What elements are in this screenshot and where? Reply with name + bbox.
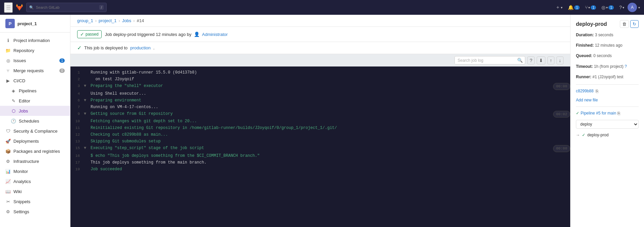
delete-job-button[interactable]: 🗑 xyxy=(620,20,629,28)
job-terminal[interactable]: 1 Running with gitlab-runner 15.5.0 (0d4… xyxy=(70,66,570,227)
sidebar-label-packages: Packages and registries xyxy=(13,149,60,154)
menu-button[interactable]: ☰ xyxy=(4,2,13,13)
breadcrumb-job-id: #14 xyxy=(137,18,144,23)
gitlab-logo xyxy=(15,3,23,11)
sidebar-item-security[interactable]: 🛡 Security & Compliance xyxy=(0,126,70,136)
line-expand-button[interactable]: ▼ xyxy=(84,111,91,117)
search-job-log-button[interactable]: 🔍 xyxy=(515,56,525,64)
line-number: 13 xyxy=(70,138,84,144)
add-file-link[interactable]: Add new file xyxy=(576,98,639,102)
log-line: 17 This job deploys something from the m… xyxy=(70,159,570,166)
log-line: 3▼Preparing the "shell" executor00:00 xyxy=(70,83,570,90)
sidebar-item-packages[interactable]: 📦 Packages and registries xyxy=(0,146,70,156)
breadcrumb-jobs[interactable]: Jobs xyxy=(122,18,131,23)
help-button[interactable]: ? ▾ xyxy=(617,3,626,11)
line-content: Job succeeded xyxy=(91,166,570,172)
log-download-button[interactable]: ⬇ xyxy=(537,56,545,64)
search-shortcut: / xyxy=(99,5,104,10)
security-icon: 🛡 xyxy=(5,128,11,134)
sidebar-label-monitor: Monitor xyxy=(13,169,28,174)
line-content: Skipping Git submodules setup xyxy=(91,138,570,144)
pipeline-link[interactable]: Pipeline #5 for main xyxy=(581,111,616,116)
create-button[interactable]: ＋ ▾ xyxy=(553,3,565,12)
log-scroll-up-button[interactable]: ↑ xyxy=(547,56,554,64)
notifications-button[interactable]: 🔔 1 xyxy=(566,3,582,11)
sidebar-label-deployments: Deployments xyxy=(13,139,39,144)
sidebar-item-editor[interactable]: ✎ Editor xyxy=(0,96,70,106)
sidebar-item-cicd[interactable]: ▶ CI/CD xyxy=(0,76,70,86)
admin-avatar[interactable]: A xyxy=(628,3,637,12)
sidebar-label-repository: Repository xyxy=(13,48,34,53)
sidebar-item-wiki[interactable]: 📖 Wiki xyxy=(0,186,70,196)
line-number: 2 xyxy=(70,76,84,82)
log-line: 7 Running on VM-4-17-centos... xyxy=(70,104,570,110)
admin-avatar-group: A ▾ xyxy=(628,3,640,12)
log-help-button[interactable]: ? xyxy=(527,56,535,64)
arrow-icon: → xyxy=(576,133,580,137)
sidebar-label-cicd: CI/CD xyxy=(13,78,25,83)
timeout-help-icon[interactable]: ? xyxy=(625,64,627,69)
line-expand-button[interactable]: ▼ xyxy=(84,145,91,151)
snippets-icon: ✂ xyxy=(5,199,11,204)
settings-icon: ⚙ xyxy=(5,209,11,214)
sidebar-item-issues[interactable]: ◎ Issues 1 xyxy=(0,55,70,65)
user-link[interactable]: Administrator xyxy=(202,32,228,37)
breadcrumb-project[interactable]: project_1 xyxy=(99,18,116,23)
search-job-log-wrapper: 🔍 xyxy=(454,56,525,64)
sidebar-item-merge-requests[interactable]: ⑂ Merge requests 0 xyxy=(0,65,70,76)
merge-requests-nav-button[interactable]: ⑂ ▾ 1 xyxy=(583,3,598,11)
line-number: 7 xyxy=(70,104,84,110)
project-name: project_1 xyxy=(17,21,37,26)
search-bar[interactable]: 🔍 Search GitLab / xyxy=(26,3,107,12)
line-number: 1 xyxy=(70,70,84,76)
env-link[interactable]: production xyxy=(130,45,151,50)
search-placeholder: Search GitLab xyxy=(36,5,59,9)
log-toolbar-right: 🔍 ? ⬇ ↑ ↓ xyxy=(454,56,564,64)
line-time: 00:00 xyxy=(553,83,570,90)
sidebar-item-schedules[interactable]: 🕐 Schedules xyxy=(0,116,70,126)
line-expand-button[interactable]: ▼ xyxy=(84,97,91,103)
sidebar-item-analytics[interactable]: 📈 Analytics xyxy=(0,176,70,186)
line-number: 19 xyxy=(70,166,84,172)
copy-pipeline-icon[interactable]: ⎘ xyxy=(618,111,620,116)
copy-commit-icon[interactable]: ⎘ xyxy=(596,89,598,94)
breadcrumb-group[interactable]: group_1 xyxy=(77,18,93,23)
sidebar-label-snippets: Snippets xyxy=(13,199,31,204)
commit-link[interactable]: c8299b88 xyxy=(576,89,594,93)
finished-meta: Finished: 12 minutes ago xyxy=(576,42,639,49)
retry-job-button[interactable]: ↻ xyxy=(630,20,639,28)
line-content: Executing "step_script" stage of the job… xyxy=(91,145,553,151)
sidebar-item-infrastructure[interactable]: ⚙ Infrastructure xyxy=(0,156,70,166)
sidebar-item-monitor[interactable]: 📊 Monitor xyxy=(0,166,70,176)
sidebar-nav: ℹ Project information 📁 Repository ◎ Iss… xyxy=(0,33,70,219)
sidebar-item-pipelines[interactable]: ◈ Pipelines xyxy=(0,86,70,96)
jobs-icon: ⬡ xyxy=(11,108,16,114)
sidebar-item-project-info[interactable]: ℹ Project information xyxy=(0,35,70,45)
stage-select[interactable]: deploy xyxy=(576,120,639,129)
sidebar-item-settings[interactable]: ⚙ Settings xyxy=(0,207,70,217)
status-badge: ✓ passed xyxy=(77,30,102,38)
job-log-toolbar: 🔍 ? ⬇ ↑ ↓ xyxy=(70,54,570,66)
line-number: 12 xyxy=(70,132,84,138)
log-line: 9▼Getting source from Git repository00:0… xyxy=(70,110,570,118)
line-content: on test J2oyqoif xyxy=(91,76,570,82)
timeout-meta: Timeout: 1h (from project) ? xyxy=(576,63,639,70)
sidebar-item-snippets[interactable]: ✂ Snippets xyxy=(0,196,70,207)
log-scroll-down-button[interactable]: ↓ xyxy=(556,56,564,64)
sidebar-item-deployments[interactable]: 🚀 Deployments xyxy=(0,136,70,146)
log-line: 2 on test J2oyqoif xyxy=(70,76,570,83)
search-job-log-input[interactable] xyxy=(455,57,515,64)
user-avatar-small: 👤 xyxy=(194,32,200,37)
issues-nav-button[interactable]: ◎ ▾ 1 xyxy=(599,3,616,11)
monitor-icon: 📊 xyxy=(5,169,11,174)
sidebar-label-security: Security & Compliance xyxy=(13,129,58,134)
right-panel-title: deploy-prod 🗑 ↻ xyxy=(576,20,639,28)
sidebar-item-jobs[interactable]: ⬡ Jobs xyxy=(0,106,70,116)
sidebar-item-repository[interactable]: 📁 Repository xyxy=(0,45,70,55)
line-expand-button[interactable]: ▼ xyxy=(84,83,91,89)
packages-icon: 📦 xyxy=(5,148,11,154)
issues-badge: 1 xyxy=(608,5,614,10)
log-line: 19 Job succeeded xyxy=(70,166,570,173)
line-content: Getting source from Git repository xyxy=(91,111,553,117)
line-number: 6 xyxy=(70,97,84,103)
